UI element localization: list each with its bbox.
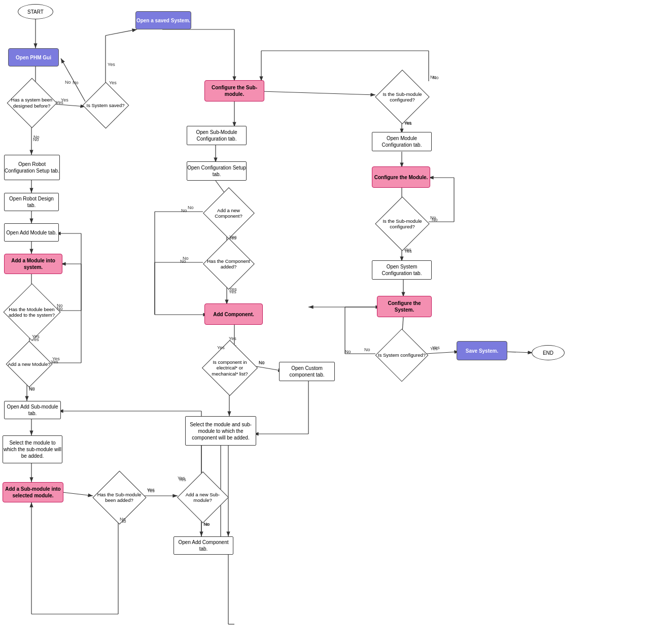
open-robot-config-node: Open Robot Configuration Setup tab.: [4, 155, 60, 180]
no-new-submodule-label: No: [204, 522, 210, 527]
is-submodule-configured-diamond: Is the Sub-module configured?: [372, 79, 433, 115]
start-label: START: [27, 9, 44, 15]
end-node: END: [532, 345, 565, 360]
open-config-setup-label: Open Configuration Setup tab.: [187, 164, 246, 178]
svg-text:No: No: [188, 205, 194, 210]
no-system-saved-label: No: [73, 80, 79, 85]
add-submodule-label: Add a Sub-module into selected module.: [3, 486, 63, 499]
add-component-label: Add Component.: [213, 311, 254, 318]
select-module-for-submodule-node: Select the module to which the sub-modul…: [3, 435, 62, 463]
no-system-configured-label: No: [345, 349, 351, 354]
open-custom-component-label: Open Custom component tab.: [280, 365, 334, 378]
yes-elec-mech-label: Yes: [217, 345, 225, 350]
no-new-module-label: No: [29, 386, 35, 391]
open-add-submodule-node: Open Add Sub-module tab.: [4, 401, 61, 419]
svg-line-32: [62, 492, 93, 496]
is-system-saved-diamond: Is System saved?: [80, 89, 131, 122]
configure-submodule-label: Configure the Sub-module.: [205, 84, 264, 97]
open-robot-config-label: Open Robot Configuration Setup tab.: [5, 161, 59, 174]
no-component-added-label: No: [180, 259, 186, 264]
open-robot-design-label: Open Robot Design tab.: [5, 195, 58, 209]
open-submodule-config-label: Open Sub-Module Configuration tab.: [187, 129, 246, 142]
has-component-added-diamond: Has the Component added?: [199, 246, 258, 282]
has-submodule-added-diamond: Has the Sub-module been added?: [89, 480, 150, 515]
svg-line-95: [505, 352, 533, 353]
open-custom-component-node: Open Custom component tab.: [279, 362, 335, 381]
open-add-module-label: Open Add Module tab.: [6, 229, 57, 236]
svg-text:No: No: [65, 80, 71, 85]
add-new-component-diamond: Add a new Component?: [199, 195, 258, 231]
is-system-configured-diamond: Is System configured?: [372, 337, 432, 373]
yes-submodule-added-label: Yes: [147, 487, 155, 492]
no-submodule-added-label: No: [120, 517, 126, 522]
is-elec-mech-diamond: Is component in electrical* or mechanica…: [199, 348, 260, 388]
add-submodule-node: Add a Sub-module into selected module.: [3, 482, 63, 502]
configure-module-label: Configure the Module.: [374, 174, 428, 181]
open-module-config-label: Open Module Configuration tab.: [372, 135, 431, 148]
svg-line-45: [261, 91, 375, 95]
open-add-submodule-label: Open Add Sub-module tab.: [5, 403, 60, 417]
svg-line-8: [106, 29, 137, 36]
select-module-submodule-label: Select the module and sub-module to whic…: [186, 421, 256, 441]
no-submodule-configured-label: No: [433, 75, 439, 80]
open-saved-system-node: Open a saved System.: [135, 11, 191, 29]
svg-text:No: No: [364, 347, 370, 352]
yes-system-configured-label: Yes: [432, 345, 440, 350]
open-submodule-config-node: Open Sub-Module Configuration tab.: [187, 126, 247, 145]
select-module-submodule-node: Select the module and sub-module to whic…: [185, 416, 256, 446]
yes-has-system-label: Yes: [56, 100, 63, 105]
yes-submodule-configured2-label: Yes: [404, 249, 412, 254]
open-module-config-node: Open Module Configuration tab.: [372, 132, 432, 151]
no-elec-mech-label: No: [259, 360, 265, 365]
no-module-added-label: No: [57, 306, 63, 311]
yes-module-added-label: Yes: [32, 334, 40, 339]
open-add-module-node: Open Add Module tab.: [4, 223, 59, 242]
has-module-added-diamond: Has the Module been added to the system?: [3, 292, 61, 332]
is-submodule-configured2-diamond: Is the Sub-module configured?: [372, 206, 433, 242]
no-submodule-configured2-label: No: [432, 217, 438, 222]
no-new-component-label: No: [181, 208, 187, 213]
save-system-node: Save System.: [457, 341, 507, 360]
open-robot-design-node: Open Robot Design tab.: [4, 193, 59, 211]
configure-system-node: Configure the System.: [377, 296, 432, 317]
yes-submodule-configured-label: Yes: [404, 121, 412, 126]
open-system-config-node: Open System Configuration tab.: [372, 260, 432, 280]
add-module-label: Add a Module into system.: [5, 257, 62, 270]
open-system-config-label: Open System Configuration tab.: [372, 263, 431, 277]
start-node: START: [18, 4, 53, 19]
yes-system-saved-label: Yes: [109, 80, 117, 85]
open-add-component-node: Open Add Component tab.: [173, 536, 233, 555]
end-label: END: [543, 350, 553, 356]
add-module-node: Add a Module into system.: [4, 254, 62, 274]
add-new-submodule-diamond: Add a new Sub-module?: [173, 480, 232, 515]
open-config-setup-node: Open Configuration Setup tab.: [187, 161, 247, 181]
yes-new-component-label: Yes: [229, 234, 237, 240]
configure-module-node: Configure the Module.: [372, 166, 430, 188]
diagram-container: Yes No Yes No No: [0, 0, 660, 644]
add-new-module-diamond: Add a new Module?: [3, 348, 56, 381]
open-add-component-label: Open Add Component tab.: [174, 539, 233, 552]
add-component-node: Add Component.: [204, 303, 263, 325]
open-phm-gui-node: Open PHM Gui: [8, 48, 59, 66]
open-phm-gui-label: Open PHM Gui: [16, 54, 51, 61]
save-system-label: Save System.: [466, 348, 499, 354]
has-system-diamond: Has a system been designed before?: [5, 84, 58, 122]
select-module-for-submodule-label: Select the module to which the sub-modul…: [3, 439, 62, 459]
yes-component-added-label: Yes: [229, 287, 237, 292]
yes-new-submodule-label: Yes: [179, 477, 186, 482]
no-has-system-label: No: [33, 134, 40, 140]
open-saved-system-label: Open a saved System.: [136, 17, 190, 24]
configure-system-label: Configure the System.: [377, 300, 431, 313]
svg-text:Yes: Yes: [108, 62, 115, 67]
configure-submodule-node: Configure the Sub-module.: [204, 80, 264, 101]
